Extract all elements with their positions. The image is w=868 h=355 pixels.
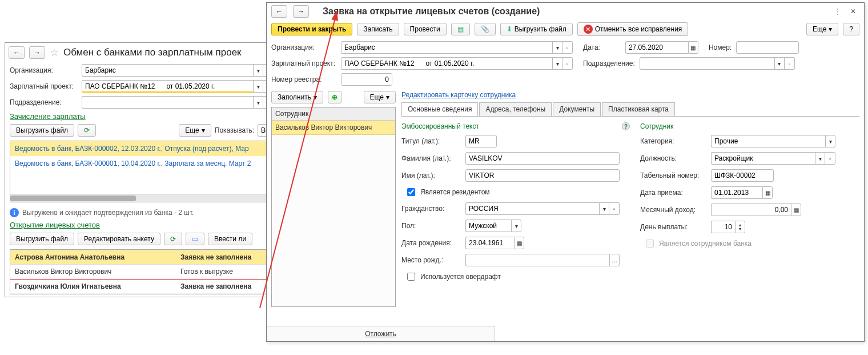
- calendar-icon[interactable]: ▦: [514, 237, 524, 249]
- proj-input[interactable]: [82, 80, 253, 93]
- section-credit-link[interactable]: Зачисление зарплаты: [10, 112, 86, 121]
- defer-link[interactable]: Отложить: [365, 330, 396, 338]
- post-button[interactable]: Провести: [404, 23, 447, 35]
- edit-form-button[interactable]: Редактировать анкету: [78, 233, 160, 245]
- dropdown-icon[interactable]: ▾: [552, 41, 562, 54]
- table-row[interactable]: Васильков Виктор Викторович Готов к выгр…: [10, 265, 273, 280]
- help-button[interactable]: ?: [843, 23, 859, 35]
- tab-addresses[interactable]: Адреса, телефоны: [479, 102, 552, 116]
- calendar-icon[interactable]: ▦: [762, 186, 773, 199]
- tabnum-input[interactable]: [711, 169, 774, 182]
- favorite-star-icon[interactable]: ☆: [50, 46, 59, 59]
- table-row[interactable]: Астрова Антонина Анатольевна Заявка не з…: [10, 250, 273, 265]
- open-icon[interactable]: ▫: [562, 41, 573, 54]
- save-button[interactable]: Записать: [357, 23, 399, 35]
- resident-checkbox[interactable]: Является резидентом: [405, 186, 490, 198]
- scrollbar-thumb[interactable]: [10, 196, 136, 201]
- dropdown-icon[interactable]: ▾: [253, 64, 263, 77]
- table-row[interactable]: Гвоздичкина Юлия Игнатьевна Заявка не за…: [10, 280, 273, 294]
- dropdown-icon[interactable]: ▾: [774, 57, 785, 70]
- dropdown-icon[interactable]: ▾: [253, 80, 263, 93]
- sex-label: Пол:: [401, 222, 462, 230]
- forward-button[interactable]: →: [29, 46, 45, 59]
- registry-input[interactable]: [341, 73, 392, 86]
- org-input[interactable]: [341, 41, 552, 54]
- more-button[interactable]: Еще ▾: [179, 124, 211, 137]
- embossed-group-title: Эмбоссированный текст: [401, 122, 479, 130]
- tab-card[interactable]: Пластиковая карта: [602, 102, 675, 116]
- info-icon: i: [10, 208, 19, 217]
- open-icon[interactable]: ▫: [609, 202, 620, 215]
- dropdown-icon[interactable]: ▾: [552, 57, 562, 70]
- back-button[interactable]: ←: [9, 46, 25, 59]
- menu-dots-icon[interactable]: ⋮: [834, 7, 841, 15]
- more-button[interactable]: Еще ▾: [806, 23, 838, 35]
- forward-button[interactable]: →: [293, 5, 309, 18]
- refresh-button[interactable]: ⟳: [78, 124, 96, 137]
- dropdown-icon[interactable]: ▾: [511, 220, 521, 232]
- upload-file-button-2[interactable]: Выгрузить файл: [10, 233, 74, 245]
- citizenship-input[interactable]: [465, 202, 599, 215]
- list-item[interactable]: Ведомость в банк, БАЗК-000001, 10.04.202…: [10, 156, 273, 171]
- category-input[interactable]: [711, 135, 825, 147]
- edit-card-link[interactable]: Редактировать карточку сотрудника: [401, 91, 516, 99]
- fill-button[interactable]: Заполнить ▾: [271, 91, 323, 103]
- dropdown-icon[interactable]: ▾: [825, 135, 835, 147]
- position-input[interactable]: [711, 152, 815, 165]
- calendar-icon[interactable]: ▦: [688, 41, 698, 54]
- add-button[interactable]: ⊕: [328, 91, 341, 103]
- proj-input[interactable]: [341, 57, 552, 70]
- upload-file-button[interactable]: Выгрузить файл: [10, 124, 74, 137]
- proj-label: Зарплатный проект:: [271, 59, 336, 67]
- birth-label: Дата рождения:: [401, 239, 462, 247]
- dropdown-icon[interactable]: ▾: [599, 202, 609, 215]
- report-icon-button[interactable]: ▦: [451, 23, 470, 35]
- title-lat-input[interactable]: [465, 135, 497, 147]
- birth-input[interactable]: [465, 237, 514, 249]
- payday-input[interactable]: [711, 221, 735, 233]
- dept-input[interactable]: [82, 96, 253, 109]
- export-file-button[interactable]: ⬇ Выгрузить файл: [500, 23, 573, 35]
- back-button[interactable]: ←: [271, 5, 287, 18]
- calc-icon[interactable]: ▦: [791, 204, 801, 216]
- ellipsis-icon[interactable]: …: [609, 254, 620, 266]
- emp-list-item[interactable]: Васильков Виктор Викторович: [272, 121, 395, 135]
- surname-lat-input[interactable]: [465, 152, 620, 165]
- card-icon-button[interactable]: ▭: [186, 233, 204, 245]
- open-icon[interactable]: ▫: [785, 57, 795, 70]
- cancel-fixes-button[interactable]: ✕ Отменить все исправления: [577, 22, 689, 36]
- dialog-footer: Отложить: [267, 326, 495, 341]
- list-item[interactable]: Ведомость в банк, БАЗК-000002, 12.03.202…: [10, 141, 273, 156]
- refresh-button-2[interactable]: ⟳: [164, 233, 182, 245]
- open-icon[interactable]: ▫: [825, 152, 835, 165]
- hire-input[interactable]: [711, 186, 762, 199]
- open-icon[interactable]: ▫: [562, 57, 573, 70]
- section-open-link[interactable]: Открытие лицевых счетов: [10, 221, 100, 229]
- help-hint-icon[interactable]: ?: [622, 122, 630, 130]
- tab-main-info[interactable]: Основные сведения: [401, 102, 478, 116]
- enter-button[interactable]: Ввести ли: [208, 233, 252, 245]
- emp-name-cell: Гвоздичкина Юлия Игнатьевна: [10, 280, 176, 294]
- name-lat-input[interactable]: [465, 169, 620, 182]
- spinner-icon[interactable]: ▴▾: [735, 221, 745, 233]
- payday-label: День выплаты:: [640, 223, 708, 231]
- number-input[interactable]: [736, 41, 799, 54]
- date-input[interactable]: [625, 41, 688, 54]
- more-button[interactable]: Еще ▾: [364, 91, 396, 103]
- dropdown-icon[interactable]: ▾: [253, 96, 263, 109]
- org-input[interactable]: [82, 64, 253, 77]
- dropdown-icon[interactable]: ▾: [815, 152, 825, 165]
- post-and-close-button[interactable]: Провести и закрыть: [271, 23, 352, 35]
- bank-employee-checkbox[interactable]: Является сотрудником банка: [644, 238, 752, 249]
- overdraft-checkbox[interactable]: Используется овердрафт: [405, 271, 501, 282]
- birthplace-input[interactable]: [465, 254, 609, 266]
- attach-icon-button[interactable]: 📎: [475, 23, 496, 35]
- close-icon[interactable]: ✕: [847, 7, 859, 15]
- org-label: Организация:: [10, 66, 78, 74]
- sex-input[interactable]: [465, 220, 511, 232]
- date-label: Дата:: [583, 43, 600, 51]
- income-input[interactable]: [711, 204, 791, 216]
- dept-input[interactable]: [640, 57, 774, 70]
- tab-documents[interactable]: Документы: [553, 102, 601, 116]
- name-lat-label: Имя (лат.):: [401, 171, 462, 180]
